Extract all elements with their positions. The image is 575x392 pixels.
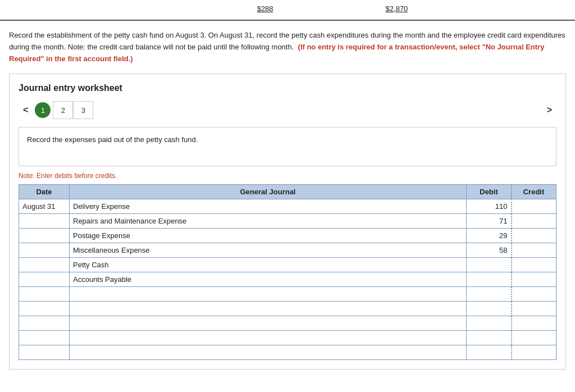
cell-debit[interactable]	[467, 287, 512, 302]
cell-credit[interactable]	[512, 287, 556, 302]
cell-date	[19, 302, 70, 316]
cell-journal[interactable]: Miscellaneous Expense	[70, 243, 467, 258]
top-amount-2: $2,870	[386, 4, 408, 13]
cell-date	[19, 229, 70, 243]
cell-debit[interactable]	[467, 258, 512, 272]
journal-table: Date General Journal Debit Credit August…	[19, 184, 556, 360]
cell-credit[interactable]	[512, 258, 556, 272]
cell-debit[interactable]: 58	[467, 243, 512, 258]
table-row: Postage Expense29	[19, 229, 556, 243]
cell-credit[interactable]	[512, 243, 556, 258]
cell-date	[19, 214, 70, 229]
cell-debit[interactable]	[467, 302, 512, 316]
cell-date: August 31	[19, 199, 70, 214]
table-row	[19, 345, 556, 360]
table-row: Repairs and Maintenance Expense71	[19, 214, 556, 229]
cell-credit[interactable]	[512, 345, 556, 360]
cell-debit[interactable]: 29	[467, 229, 512, 243]
cell-debit[interactable]	[467, 345, 512, 360]
cell-journal[interactable]	[70, 331, 467, 345]
cell-debit[interactable]: 110	[467, 199, 512, 214]
cell-date	[19, 331, 70, 345]
cell-credit[interactable]	[512, 272, 556, 287]
cell-journal[interactable]	[70, 287, 467, 302]
cell-date	[19, 243, 70, 258]
cell-debit[interactable]	[467, 316, 512, 331]
cell-journal[interactable]: Postage Expense	[70, 229, 467, 243]
cell-journal[interactable]: Delivery Expense	[70, 199, 467, 214]
top-amounts-row: $288 $2,870	[0, 0, 575, 21]
cell-journal[interactable]: Accounts Payable	[70, 272, 467, 287]
worksheet-title: Journal entry worksheet	[19, 83, 556, 93]
note-text: Note: Enter debits before credits.	[19, 172, 556, 180]
table-row	[19, 316, 556, 331]
cell-journal[interactable]: Petty Cash	[70, 258, 467, 272]
cell-debit[interactable]	[467, 272, 512, 287]
table-row	[19, 287, 556, 302]
col-header-debit: Debit	[467, 185, 512, 199]
cell-credit[interactable]	[512, 199, 556, 214]
cell-credit[interactable]	[512, 302, 556, 316]
col-header-credit: Credit	[512, 185, 556, 199]
cell-credit[interactable]	[512, 214, 556, 229]
cell-credit[interactable]	[512, 229, 556, 243]
description-box: Record the expenses paid out of the pett…	[19, 127, 556, 166]
cell-date	[19, 345, 70, 360]
prev-tab-button[interactable]: <	[19, 103, 33, 117]
cell-credit[interactable]	[512, 331, 556, 345]
table-row: Miscellaneous Expense58	[19, 243, 556, 258]
tab-2[interactable]: 2	[53, 101, 73, 119]
table-row: August 31Delivery Expense110	[19, 199, 556, 214]
table-row	[19, 331, 556, 345]
cell-debit[interactable]	[467, 331, 512, 345]
cell-journal[interactable]: Repairs and Maintenance Expense	[70, 214, 467, 229]
journal-entry-worksheet: Journal entry worksheet < 1 2 3 > Record…	[9, 74, 566, 370]
cell-date	[19, 272, 70, 287]
cell-date	[19, 287, 70, 302]
cell-journal[interactable]	[70, 345, 467, 360]
table-row: Petty Cash	[19, 258, 556, 272]
cell-journal[interactable]	[70, 316, 467, 331]
cell-debit[interactable]: 71	[467, 214, 512, 229]
next-tab-button[interactable]: >	[542, 103, 556, 117]
col-header-date: Date	[19, 185, 70, 199]
description-text: Record the expenses paid out of the pett…	[27, 135, 198, 144]
cell-journal[interactable]	[70, 302, 467, 316]
table-row: Accounts Payable	[19, 272, 556, 287]
cell-date	[19, 258, 70, 272]
tab-3[interactable]: 3	[73, 101, 93, 119]
table-row	[19, 302, 556, 316]
instructions-block: Record the establishment of the petty ca…	[0, 30, 575, 74]
cell-date	[19, 316, 70, 331]
top-amount-1: $288	[257, 4, 273, 13]
tab-bar: < 1 2 3 >	[19, 101, 556, 119]
cell-credit[interactable]	[512, 316, 556, 331]
tab-1[interactable]: 1	[35, 102, 51, 118]
col-header-journal: General Journal	[70, 185, 467, 199]
